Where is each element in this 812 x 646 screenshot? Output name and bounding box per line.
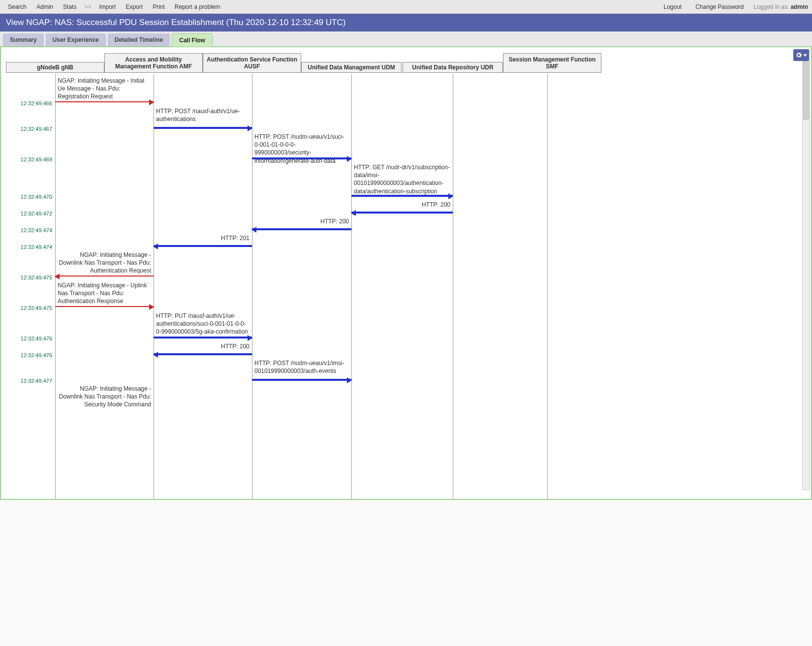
- lane-header-ausf[interactable]: Authentication Service Function AUSF: [203, 53, 301, 73]
- message-row[interactable]: 12:32:49.474HTTP: 201: [1, 234, 621, 248]
- menu-change-password[interactable]: Change Password: [691, 1, 748, 12]
- timestamp: 12:32:49.469: [8, 156, 52, 162]
- message-row[interactable]: 12:32:49.469HTTP: POST /nudm-ueau/v1/suc…: [1, 133, 621, 160]
- menu-report[interactable]: Report a problem: [171, 1, 224, 12]
- logged-in-label: Logged in as: admin: [753, 3, 808, 10]
- message-row[interactable]: 12:32:49.470HTTP: GET /nudr-dr/v1/subscr…: [1, 163, 621, 198]
- page-title: View NGAP: NAS: Successful PDU Session E…: [0, 14, 812, 31]
- message-label: HTTP: 200: [354, 201, 450, 210]
- menu-search[interactable]: Search: [4, 1, 31, 12]
- timestamp: 12:32:49.470: [8, 194, 52, 200]
- message-arrow: [154, 337, 252, 338]
- message-label: HTTP: 200: [254, 217, 349, 226]
- message-arrow: [154, 245, 252, 247]
- message-row[interactable]: 12:32:49.475NGAP: Initiating Message - D…: [1, 251, 621, 278]
- gear-icon: [795, 52, 802, 59]
- message-arrow: [351, 195, 453, 197]
- message-label: NGAP: Initiating Message - Downlink Nas …: [58, 251, 151, 276]
- message-label: NGAP: Initiating Message - Uplink Nas Tr…: [58, 281, 151, 307]
- message-row[interactable]: 12:32:49.475NGAP: Initiating Message - U…: [1, 281, 621, 309]
- timestamp: 12:32:49.472: [8, 211, 52, 216]
- message-label: NGAP: Initiating Message - Downlink Nas …: [58, 385, 151, 410]
- message-arrow: [252, 228, 351, 230]
- lane-header-udm[interactable]: Unified Data Management UDM: [301, 62, 402, 73]
- timestamp: 12:32:49.476: [8, 336, 52, 341]
- lane-header-smf[interactable]: Session Management Function SMF: [503, 53, 601, 73]
- message-row[interactable]: 12:32:49.476HTTP: PUT /nausf-auth/v1/ue-…: [1, 312, 621, 339]
- message-row[interactable]: 12:32:49.474HTTP: 200: [1, 217, 621, 231]
- tab-detailed-timeline[interactable]: Detailed Timeline: [108, 33, 170, 46]
- message-arrow: [55, 276, 154, 277]
- message-arrow: [252, 157, 351, 159]
- menu-admin[interactable]: Admin: [32, 1, 57, 12]
- message-arrow: [154, 127, 252, 129]
- timestamp: 12:32:49.476: [8, 352, 52, 358]
- message-arrow: [351, 212, 453, 214]
- message-label: HTTP: 200: [156, 342, 250, 351]
- logged-in-user: admin: [791, 3, 808, 10]
- message-label: HTTP: 201: [156, 234, 250, 243]
- timestamp: 12:32:49.477: [8, 378, 52, 384]
- timestamp: 12:32:49.475: [8, 275, 52, 280]
- message-arrow: [252, 379, 351, 381]
- message-label: HTTP: GET /nudr-dr/v1/subscription-data/…: [354, 163, 450, 196]
- tab-call-flow[interactable]: Call Flow: [172, 33, 213, 47]
- message-arrow: [55, 101, 154, 102]
- menubar: Search Admin Stats >> Import Export Prin…: [0, 0, 812, 14]
- tab-user-experience[interactable]: User Experience: [46, 33, 106, 46]
- timestamp: 12:32:49.466: [8, 100, 52, 106]
- message-row[interactable]: 12:32:49.466NGAP: Initiating Message - I…: [1, 77, 621, 104]
- settings-button[interactable]: [793, 49, 809, 61]
- lane-header-udr[interactable]: Unified Data Repository UDR: [403, 62, 503, 73]
- menu-logout[interactable]: Logout: [659, 1, 686, 12]
- chevron-down-icon: [803, 54, 807, 57]
- message-arrow: [55, 306, 154, 307]
- menu-export[interactable]: Export: [122, 1, 147, 12]
- message-row[interactable]: 12:32:49.467HTTP: POST /nausf-auth/v1/ue…: [1, 107, 621, 130]
- menu-separator: >>: [82, 3, 93, 10]
- timestamp: 12:32:49.474: [8, 244, 52, 250]
- timestamp: 12:32:49.467: [8, 126, 52, 132]
- tabbar: SummaryUser ExperienceDetailed TimelineC…: [0, 31, 812, 47]
- message-label: HTTP: PUT /nausf-auth/v1/ue-authenticati…: [156, 312, 250, 337]
- message-label: HTTP: POST /nudm-ueau/v1/imsi-0010199900…: [254, 359, 349, 376]
- message-row[interactable]: NGAP: Initiating Message - Downlink Nas …: [1, 385, 621, 412]
- diagram-scroll[interactable]: gNodeB gNBAccess and Mobility Management…: [1, 47, 811, 499]
- message-label: NGAP: Initiating Message - Initial Ue Me…: [58, 77, 151, 102]
- message-row[interactable]: 12:32:49.477HTTP: POST /nudm-ueau/v1/ims…: [1, 359, 621, 382]
- message-label: HTTP: POST /nudm-ueau/v1/suci-0-001-01-0…: [254, 133, 349, 166]
- timestamp: 12:32:49.474: [8, 227, 52, 233]
- menu-stats[interactable]: Stats: [59, 1, 80, 12]
- message-arrow: [154, 353, 252, 355]
- timestamp: 12:32:49.475: [8, 305, 52, 311]
- message-row[interactable]: 12:32:49.472HTTP: 200: [1, 201, 621, 215]
- menu-print[interactable]: Print: [149, 1, 169, 12]
- lane-header-amf[interactable]: Access and Mobility Management Function …: [104, 53, 203, 73]
- lane-header-gnb[interactable]: gNodeB gNB: [6, 62, 104, 73]
- call-flow-viewport: gNodeB gNBAccess and Mobility Management…: [0, 47, 812, 500]
- tab-summary[interactable]: Summary: [3, 33, 44, 46]
- message-label: HTTP: POST /nausf-auth/v1/ue-authenticat…: [156, 107, 250, 124]
- menu-import[interactable]: Import: [95, 1, 120, 12]
- message-row[interactable]: 12:32:49.476HTTP: 200: [1, 342, 621, 356]
- vertical-scrollbar[interactable]: [802, 49, 810, 490]
